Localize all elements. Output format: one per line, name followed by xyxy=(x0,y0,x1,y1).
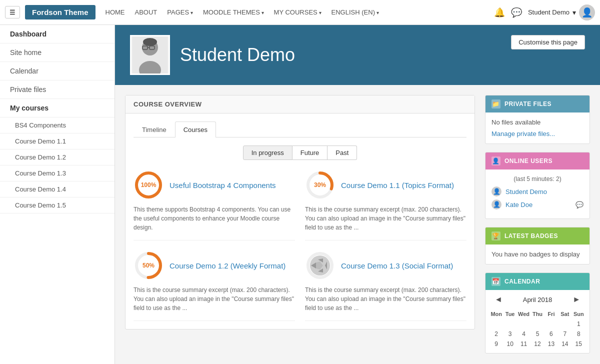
nav-pages[interactable]: PAGES xyxy=(167,8,193,16)
manage-private-files-link[interactable]: Manage private files... xyxy=(492,130,584,138)
private-files-body: No files available Manage private files.… xyxy=(486,112,590,144)
course-title-3[interactable]: Course Demo 1.3 (Social Format) xyxy=(341,262,453,270)
calendar-month: April 2018 xyxy=(523,296,552,304)
sidebar-item-dashboard[interactable]: Dashboard xyxy=(0,25,114,44)
latest-badges-block: 🏆 LATEST BADGES You have no badges to di… xyxy=(485,227,590,264)
message-user-icon[interactable]: 💬 xyxy=(576,201,584,208)
cal-day-2[interactable]: 2 xyxy=(490,329,503,339)
calendar-grid: Mon Tue Wed Thu Fri Sat Sun xyxy=(486,309,590,353)
cal-day-1[interactable]: 1 xyxy=(572,319,586,329)
course-title-2[interactable]: Course Demo 1.2 (Weekly Format) xyxy=(170,262,286,270)
online-count: (last 5 minutes: 2) xyxy=(492,176,584,182)
course-overview-header: COURSE OVERVIEW xyxy=(126,96,474,114)
latest-badges-header: 🏆 LATEST BADGES xyxy=(486,228,590,244)
cal-label-tue: Tue xyxy=(503,311,516,317)
filter-in-progress[interactable]: In progress xyxy=(243,146,292,160)
tab-timeline[interactable]: Timeline xyxy=(134,122,175,138)
profile-header: Student Demo Customise this page xyxy=(115,25,600,85)
profile-name: Student Demo xyxy=(180,44,295,66)
calendar-block: 📅 CALENDAR ◄ April 2018 ► Mon Tue Wed xyxy=(485,272,590,354)
cal-day-13[interactable]: 13 xyxy=(544,339,558,349)
online-users-title: ONLINE USERS xyxy=(504,158,552,164)
cal-day-14[interactable]: 14 xyxy=(558,339,572,349)
cal-label-sat: Sat xyxy=(558,311,572,317)
nav-language[interactable]: ENGLISH (EN) xyxy=(332,8,379,16)
user-name: Student Demo xyxy=(528,8,570,16)
tab-courses[interactable]: Courses xyxy=(175,122,216,138)
user-menu[interactable]: Student Demo ▾ 👤 xyxy=(528,4,595,20)
progress-pct-0: 100% xyxy=(141,182,156,188)
calendar-prev[interactable]: ◄ xyxy=(492,294,506,305)
progress-circle-2: 50% xyxy=(134,250,164,280)
cal-label-fri: Fri xyxy=(544,311,558,317)
course-title-0[interactable]: Useful Bootstrap 4 Components xyxy=(170,181,276,190)
cal-day-empty-6 xyxy=(558,319,572,329)
notification-icon[interactable]: 🔔 xyxy=(494,7,505,18)
cal-day-10[interactable]: 10 xyxy=(503,339,516,349)
svg-point-6 xyxy=(143,38,157,46)
cal-label-mon: Mon xyxy=(490,311,503,317)
course-desc-3: This is the course summary excerpt (max.… xyxy=(305,286,466,312)
user-avatar: 👤 xyxy=(579,4,595,20)
online-user-1: 👤 Kate Doe 💬 xyxy=(492,200,584,210)
course-card-2: 50% Course Demo 1.2 (Weekly Format) This… xyxy=(134,250,295,321)
sidebar-course-bs4[interactable]: BS4 Components xyxy=(0,118,114,134)
cal-day-9[interactable]: 9 xyxy=(490,339,503,349)
sidebar-course-1-3[interactable]: Course Demo 1.3 xyxy=(0,166,114,182)
sidebar-item-calendar[interactable]: Calendar xyxy=(0,62,114,80)
cal-day-12[interactable]: 12 xyxy=(530,339,544,349)
course-card-1-top: 30% Course Demo 1.1 (Topics Format) xyxy=(305,170,466,200)
nav-my-courses[interactable]: MY COURSES xyxy=(274,8,322,16)
filter-past[interactable]: Past xyxy=(328,146,357,160)
course-desc-0: This theme supports Bootstrap 4 componen… xyxy=(134,205,295,232)
course-title-1[interactable]: Course Demo 1.1 (Topics Format) xyxy=(341,181,454,190)
filter-future[interactable]: Future xyxy=(292,146,328,160)
cal-day-empty-4 xyxy=(530,319,544,329)
course-card-1: 30% Course Demo 1.1 (Topics Format) This… xyxy=(305,170,466,240)
customise-page-button[interactable]: Customise this page xyxy=(511,35,585,50)
course-tabs: Timeline Courses xyxy=(134,122,466,138)
course-filters: In progress Future Past xyxy=(134,146,466,160)
course-card-3: Course Demo 1.3 (Social Format) This is … xyxy=(305,250,466,321)
online-user-name-1[interactable]: Kate Doe xyxy=(506,201,532,208)
course-card-2-top: 50% Course Demo 1.2 (Weekly Format) xyxy=(134,250,295,280)
cal-day-15[interactable]: 15 xyxy=(572,339,586,349)
sidebar-course-1-4[interactable]: Course Demo 1.4 xyxy=(0,182,114,198)
message-icon[interactable]: 💬 xyxy=(511,7,522,18)
online-user-name-0[interactable]: Student Demo xyxy=(506,188,547,196)
cal-day-6[interactable]: 6 xyxy=(544,329,558,339)
sidebar-item-private-files[interactable]: Private files xyxy=(0,80,114,99)
cal-day-3[interactable]: 3 xyxy=(503,329,516,339)
calendar-title: CALENDAR xyxy=(504,278,540,285)
cal-day-7[interactable]: 7 xyxy=(558,329,572,339)
content-area: COURSE OVERVIEW Timeline Courses In prog… xyxy=(115,85,600,364)
cal-day-empty-2 xyxy=(503,319,516,329)
folder-icon: 📁 xyxy=(492,100,500,108)
cal-day-4[interactable]: 4 xyxy=(517,329,530,339)
progress-circle-0: 100% xyxy=(134,170,164,200)
cal-day-11[interactable]: 11 xyxy=(517,339,530,349)
calendar-next[interactable]: ► xyxy=(570,294,584,305)
sidebar-course-1-2[interactable]: Course Demo 1.2 xyxy=(0,150,114,166)
cal-day-5[interactable]: 5 xyxy=(530,329,544,339)
navbar-toggle[interactable]: ☰ xyxy=(5,6,20,18)
nav-about[interactable]: ABOUT xyxy=(135,8,158,16)
private-files-header: 📁 PRIVATE FILES xyxy=(486,96,590,112)
calendar-day-labels: Mon Tue Wed Thu Fri Sat Sun xyxy=(490,311,586,317)
cal-day-8[interactable]: 8 xyxy=(572,329,586,339)
sidebar-item-site-home[interactable]: Site home xyxy=(0,44,114,62)
course-desc-2: This is the course summary excerpt (max.… xyxy=(134,286,295,312)
course-card-0-top: 100% Useful Bootstrap 4 Components xyxy=(134,170,295,200)
online-user-avatar-0: 👤 xyxy=(492,186,502,196)
cal-label-thu: Thu xyxy=(530,311,544,317)
cal-label-wed: Wed xyxy=(517,311,530,317)
nav-links: HOME ABOUT PAGES MOODLE THEMES MY COURSE… xyxy=(106,8,379,16)
sidebar-course-1-5[interactable]: Course Demo 1.5 xyxy=(0,198,114,214)
navbar-brand[interactable]: Fordson Theme xyxy=(25,5,96,20)
users-icon: 👤 xyxy=(492,156,500,166)
nav-moodle-themes[interactable]: MOODLE THEMES xyxy=(203,8,264,16)
right-sidebar: 📁 PRIVATE FILES No files available Manag… xyxy=(485,95,590,362)
nav-home[interactable]: HOME xyxy=(106,8,125,16)
sidebar-course-1-1[interactable]: Course Demo 1.1 xyxy=(0,134,114,150)
cal-day-empty-5 xyxy=(544,319,558,329)
